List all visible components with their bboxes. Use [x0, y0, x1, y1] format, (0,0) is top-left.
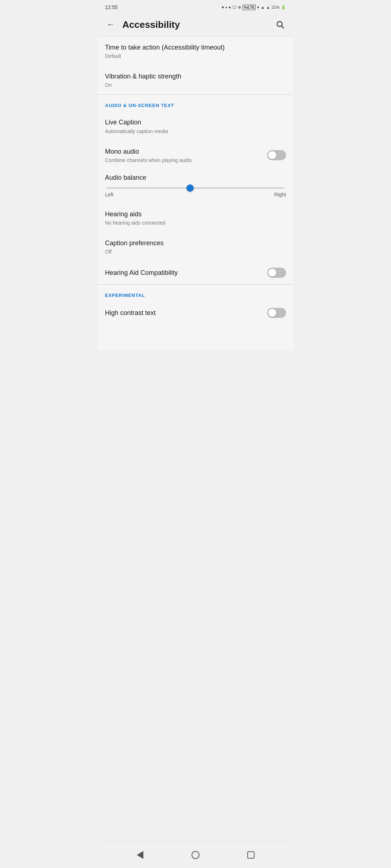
setting-subtitle-caption-prefs: Off	[105, 249, 286, 255]
toggle-mono-audio[interactable]	[267, 150, 286, 160]
slider-track-audio-balance[interactable]	[106, 187, 285, 189]
setting-text-live-caption: Live Caption Automatically caption media	[105, 118, 286, 134]
slider-left-label: Left	[105, 192, 113, 197]
search-icon	[276, 20, 285, 29]
toggle-thumb-mono-audio	[268, 151, 276, 159]
signal-icon: ▲	[261, 5, 265, 9]
setting-title-hearing-aids: Hearing aids	[105, 210, 286, 219]
slider-fill-right	[190, 187, 285, 189]
back-button[interactable]: ←	[104, 17, 118, 32]
setting-text-caption-prefs: Caption preferences Off	[105, 239, 286, 255]
slider-labels: Left Right	[105, 192, 286, 197]
setting-item-vibration[interactable]: Vibration & haptic strength On	[98, 65, 293, 94]
signal2-icon: ▲	[266, 5, 270, 9]
setting-text-high-contrast: High contrast text	[105, 309, 267, 318]
setting-item-timeout[interactable]: Time to take action (Accessibility timeo…	[98, 37, 293, 65]
section-header-experimental: EXPERIMENTAL	[98, 285, 293, 301]
heart-icon: ♥	[222, 5, 224, 9]
toggle-thumb-high-contrast	[268, 309, 276, 317]
setting-title-live-caption: Live Caption	[105, 118, 286, 127]
setting-item-high-contrast[interactable]: High contrast text	[98, 301, 293, 324]
monitor-icon: 🖵	[232, 5, 236, 9]
stop-icon: ▪	[226, 5, 227, 10]
section-header-audio: AUDIO & ON-SCREEN TEXT	[98, 95, 293, 111]
toggle-hearing-compat[interactable]	[267, 268, 286, 278]
setting-title-hearing-compat: Hearing Aid Compatibility	[105, 268, 267, 277]
content: Time to take action (Accessibility timeo…	[98, 37, 293, 350]
setting-subtitle-timeout: Default	[105, 53, 286, 59]
wifi-icon: ▾	[257, 5, 259, 10]
setting-text-hearing-aids: Hearing aids No hearing aids connected	[105, 210, 286, 226]
slider-label-audio-balance: Audio balance	[105, 174, 286, 182]
setting-subtitle-live-caption: Automatically caption media	[105, 128, 286, 134]
toggle-high-contrast[interactable]	[267, 308, 286, 318]
battery-text: 21%	[272, 5, 279, 9]
section-title-audio: AUDIO & ON-SCREEN TEXT	[105, 103, 174, 108]
setting-title-high-contrast: High contrast text	[105, 309, 267, 318]
setting-title-timeout: Time to take action (Accessibility timeo…	[105, 43, 286, 52]
status-time: 12:55	[105, 4, 118, 10]
setting-subtitle-mono-audio: Combine channels when playing audio	[105, 157, 267, 163]
battery-icon: 🔋	[281, 5, 286, 10]
setting-item-caption-prefs[interactable]: Caption preferences Off	[98, 232, 293, 261]
setting-text-mono-audio: Mono audio Combine channels when playing…	[105, 147, 267, 163]
app-bar: ← Accessibility	[98, 13, 293, 37]
volte-icon: VoLTE	[243, 5, 256, 10]
search-button[interactable]	[273, 17, 287, 32]
back-arrow-icon: ←	[107, 20, 115, 29]
setting-item-hearing-aids[interactable]: Hearing aids No hearing aids connected	[98, 203, 293, 232]
slider-fill-left	[106, 187, 190, 189]
page-title: Accessibility	[122, 19, 273, 30]
status-icons: ♥ ▪ ● 🖵 ⊕ VoLTE ▾ ▲ ▲ 21% 🔋	[222, 5, 286, 10]
circle-icon: ●	[228, 5, 231, 9]
toggle-thumb-hearing-compat	[268, 269, 276, 277]
slider-thumb-audio-balance[interactable]	[186, 184, 194, 192]
setting-title-caption-prefs: Caption preferences	[105, 239, 286, 248]
setting-text-timeout: Time to take action (Accessibility timeo…	[105, 43, 286, 59]
setting-text-hearing-compat: Hearing Aid Compatibility	[105, 268, 267, 277]
link-icon: ⊕	[238, 5, 241, 10]
slider-right-label: Right	[274, 192, 286, 197]
setting-title-mono-audio: Mono audio	[105, 147, 267, 156]
slider-container-audio-balance: Audio balance Left Right	[98, 170, 293, 203]
status-bar: 12:55 ♥ ▪ ● 🖵 ⊕ VoLTE ▾ ▲ ▲ 21% 🔋	[98, 0, 293, 13]
section-title-experimental: EXPERIMENTAL	[105, 293, 145, 298]
setting-subtitle-vibration: On	[105, 82, 286, 88]
setting-text-vibration: Vibration & haptic strength On	[105, 72, 286, 88]
setting-subtitle-hearing-aids: No hearing aids connected	[105, 220, 286, 226]
setting-title-vibration: Vibration & haptic strength	[105, 72, 286, 81]
setting-item-hearing-compat[interactable]: Hearing Aid Compatibility	[98, 261, 293, 284]
setting-item-live-caption[interactable]: Live Caption Automatically caption media	[98, 111, 293, 140]
setting-item-mono-audio[interactable]: Mono audio Combine channels when playing…	[98, 141, 293, 170]
svg-line-1	[282, 26, 284, 28]
